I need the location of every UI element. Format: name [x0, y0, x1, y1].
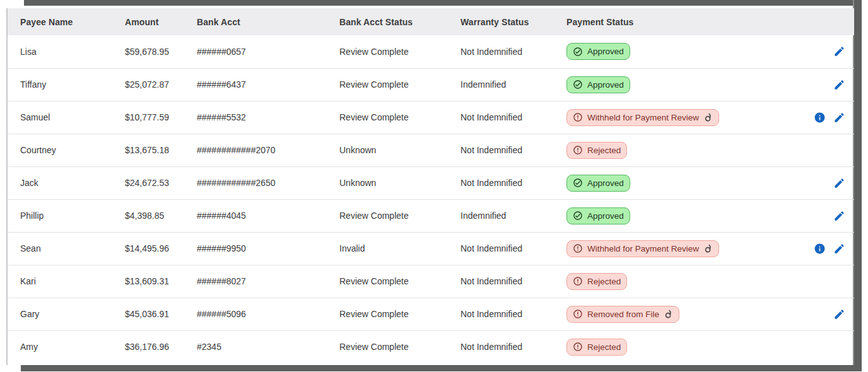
edit-pencil-icon[interactable]	[833, 112, 845, 124]
check-circle-icon	[573, 178, 583, 188]
frame-bottom-bar	[21, 365, 862, 371]
row-actions-cell	[801, 199, 854, 232]
warranty-status-cell: Indemnified	[448, 68, 554, 101]
table-row: Tiffany $25,072.87 ######6437 Review Com…	[8, 68, 854, 101]
bank-acct-status-cell: Unknown	[327, 134, 448, 166]
bank-acct-cell: #2345	[184, 330, 327, 363]
column-header-actions	[801, 8, 854, 35]
bank-acct-cell: ######8027	[184, 265, 327, 298]
edit-pencil-icon[interactable]	[833, 308, 845, 320]
amount-cell: $36,176.96	[112, 330, 184, 363]
payment-status-label: Withheld for Payment Review	[587, 243, 699, 254]
warranty-status-cell: Not Indemnified	[448, 166, 554, 199]
table-row: Amy $36,176.96 #2345 Review Complete Not…	[8, 330, 854, 363]
bank-acct-status-cell: Review Complete	[327, 330, 448, 363]
payment-status-badge: Removed from File	[566, 306, 679, 323]
warranty-status-cell: Indemnified	[448, 199, 554, 232]
row-actions-cell	[801, 101, 854, 134]
payee-name-cell: Gary	[8, 298, 112, 330]
warranty-status-cell: Not Indemnified	[448, 330, 554, 363]
payee-name-cell: Courtney	[8, 134, 112, 166]
payment-status-cell: Rejected	[554, 265, 801, 298]
frame-top-bar	[24, 0, 855, 6]
payment-status-label: Approved	[587, 211, 624, 221]
payee-name-cell: Phillip	[8, 199, 112, 232]
info-icon[interactable]	[814, 243, 826, 255]
payment-status-badge: Rejected	[566, 339, 627, 356]
bank-acct-cell: ######5532	[184, 101, 327, 134]
column-header-warranty-status: Warranty Status	[448, 8, 554, 35]
alert-circle-icon	[573, 145, 583, 155]
payment-status-label: Rejected	[587, 342, 621, 352]
bank-acct-status-cell: Review Complete	[327, 265, 448, 298]
table-header-row: Payee Name Amount Bank Acct Bank Acct St…	[8, 8, 854, 35]
amount-cell: $13,609.31	[112, 265, 184, 298]
alert-circle-icon	[573, 309, 583, 319]
edit-pencil-icon[interactable]	[833, 243, 845, 255]
amount-cell: $25,072.87	[112, 68, 184, 101]
payment-status-cell: Approved	[554, 166, 801, 199]
table-row: Gary $45,036.91 ######5096 Review Comple…	[8, 298, 854, 330]
warranty-status-cell: Not Indemnified	[448, 265, 554, 298]
edit-pencil-icon[interactable]	[833, 177, 845, 189]
alert-circle-icon	[573, 276, 583, 286]
payee-name-cell: Tiffany	[8, 68, 112, 101]
bank-acct-status-cell: Review Complete	[327, 68, 448, 101]
table-body: Lisa $59,678.95 ######0657 Review Comple…	[8, 35, 854, 363]
column-header-payee-name: Payee Name	[8, 8, 112, 35]
payee-name-cell: Jack	[8, 166, 112, 199]
frame-right-bar	[853, 0, 862, 370]
warranty-status-cell: Not Indemnified	[448, 298, 554, 330]
table-row: Sean $14,495.96 ######9950 Invalid Not I…	[8, 232, 854, 265]
bank-acct-status-cell: Review Complete	[327, 35, 448, 68]
bank-acct-status-cell: Review Complete	[327, 298, 448, 330]
alert-circle-icon	[573, 243, 583, 253]
edit-pencil-icon[interactable]	[833, 45, 845, 57]
warranty-status-cell: Not Indemnified	[448, 101, 554, 134]
table-row: Courtney $13,675.18 ############2070 Unk…	[8, 134, 854, 166]
bank-acct-cell: ######9950	[184, 232, 327, 265]
amount-cell: $4,398.85	[112, 199, 184, 232]
sync-progress-icon	[703, 244, 713, 253]
warranty-status-cell: Not Indemnified	[448, 35, 554, 68]
check-circle-icon	[573, 79, 583, 90]
bank-acct-status-cell: Invalid	[327, 232, 448, 265]
payments-table: Payee Name Amount Bank Acct Bank Acct St…	[8, 8, 854, 363]
column-header-bank-acct: Bank Acct	[184, 8, 327, 35]
payment-status-cell: Withheld for Payment Review	[554, 232, 801, 265]
bank-acct-cell: ############2650	[184, 166, 327, 199]
info-icon[interactable]	[814, 112, 826, 124]
row-actions-cell	[801, 330, 854, 363]
payment-status-cell: Removed from File	[554, 298, 801, 330]
bank-acct-status-cell: Review Complete	[327, 199, 448, 232]
amount-cell: $45,036.91	[112, 298, 184, 330]
table-row: Phillip $4,398.85 ######4045 Review Comp…	[8, 199, 854, 232]
payee-name-cell: Kari	[8, 265, 112, 298]
edit-pencil-icon[interactable]	[833, 210, 845, 222]
table-row: Lisa $59,678.95 ######0657 Review Comple…	[8, 35, 854, 68]
payment-status-label: Removed from File	[587, 309, 659, 320]
payment-status-label: Rejected	[587, 145, 621, 156]
bank-acct-status-cell: Review Complete	[327, 101, 448, 134]
payment-status-label: Approved	[587, 79, 624, 90]
table-row: Kari $13,609.31 ######8027 Review Comple…	[8, 265, 854, 298]
row-actions-cell	[801, 35, 854, 68]
payment-status-badge: Withheld for Payment Review	[566, 240, 719, 257]
payee-name-cell: Samuel	[8, 101, 112, 134]
column-header-payment-status: Payment Status	[554, 8, 801, 35]
payee-name-cell: Amy	[8, 330, 112, 363]
warranty-status-cell: Not Indemnified	[448, 232, 554, 265]
payment-status-cell: Rejected	[554, 134, 801, 166]
row-actions-cell	[801, 298, 854, 330]
payee-name-cell: Lisa	[8, 35, 112, 68]
amount-cell: $59,678.95	[112, 35, 184, 68]
payment-status-cell: Approved	[554, 199, 801, 232]
payment-status-badge: Approved	[566, 76, 630, 93]
bank-acct-status-cell: Unknown	[327, 166, 448, 199]
edit-pencil-icon[interactable]	[833, 79, 845, 91]
bank-acct-cell: ######0657	[184, 35, 327, 68]
check-circle-icon	[573, 211, 583, 221]
bank-acct-cell: ######4045	[184, 199, 327, 232]
row-actions-cell	[801, 68, 854, 101]
alert-circle-icon	[573, 112, 583, 122]
